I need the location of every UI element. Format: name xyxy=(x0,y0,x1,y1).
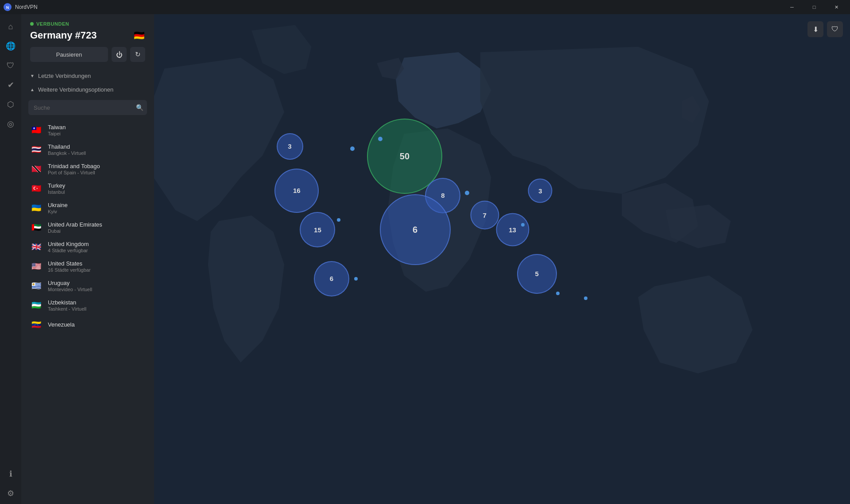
server-item-flag: 🇹🇭 xyxy=(30,143,42,156)
server-item-flag: 🇻🇪 xyxy=(30,319,42,331)
action-buttons: Pausieren ⏻ ↻ xyxy=(21,47,154,69)
sidebar-icons: ⌂ 🌐 🛡 ✔ ⬡ ◎ ℹ ⚙ xyxy=(0,14,21,504)
map-area: 316156508671335 ⬇ 🛡 xyxy=(154,14,850,504)
map-dot-d5 xyxy=(354,277,358,281)
server-item-country: United Arab Emirates xyxy=(48,221,145,228)
pause-button[interactable]: Pausieren xyxy=(30,47,108,62)
maximize-button[interactable]: □ xyxy=(804,0,824,14)
server-item-flag: 🇬🇧 xyxy=(30,241,42,253)
more-options-toggle[interactable]: ▲ Weitere Verbindungsoptionen xyxy=(21,83,154,96)
server-list-item[interactable]: 🇺🇾 Uruguay Montevideo - Virtuell xyxy=(23,276,152,296)
server-item-flag: 🇺🇿 xyxy=(30,299,42,312)
server-item-flag: 🇺🇸 xyxy=(30,260,42,273)
status-badge: VERBUNDEN xyxy=(30,21,145,27)
map-dot-d6 xyxy=(521,223,525,227)
server-item-country: Uzbekistan xyxy=(48,299,145,306)
nav-globe[interactable]: 🌐 xyxy=(2,37,19,55)
server-item-city: Kyiv xyxy=(48,209,145,214)
nav-target[interactable]: ◎ xyxy=(2,115,19,133)
map-dot-d1 xyxy=(350,146,355,151)
server-item-flag: 🇹🇼 xyxy=(30,124,42,136)
nordvpn-logo-icon: N xyxy=(4,3,12,11)
download-map-button[interactable]: ⬇ xyxy=(808,21,823,37)
server-list-item[interactable]: 🇺🇿 Uzbekistan Tashkent - Virtuell xyxy=(23,296,152,315)
server-item-city: 16 Städte verfügbar xyxy=(48,267,145,273)
server-list-item[interactable]: 🇻🇪 Venezuela xyxy=(23,315,152,335)
server-item-flag: 🇹🇷 xyxy=(30,182,42,195)
server-list-item[interactable]: 🇺🇦 Ukraine Kyiv xyxy=(23,198,152,218)
options-arrow-icon: ▲ xyxy=(30,87,35,92)
map-dot-d2 xyxy=(378,137,382,141)
server-list: 🇹🇼 Taiwan Taipei 🇹🇭 Thailand Bangkok - V… xyxy=(21,120,154,504)
server-item-flag: 🇹🇹 xyxy=(30,163,42,175)
server-item-city: Taipei xyxy=(48,131,145,136)
recent-connections-toggle[interactable]: ▼ Letzte Verbindungen xyxy=(21,69,154,83)
titlebar: N NordVPN ─ □ ✕ xyxy=(0,0,850,14)
nav-home[interactable]: ⌂ xyxy=(2,18,19,35)
server-item-flag: 🇺🇾 xyxy=(30,280,42,292)
server-list-item[interactable]: 🇹🇹 Trinidad and Tobago Port of Spain - V… xyxy=(23,159,152,179)
server-name: Germany #723 🇩🇪 xyxy=(30,29,145,42)
map-bubble-b4[interactable]: 6 xyxy=(314,261,349,296)
map-bubble-b1[interactable]: 3 xyxy=(277,133,303,160)
power-button[interactable]: ⏻ xyxy=(112,47,127,62)
close-button[interactable]: ✕ xyxy=(826,0,846,14)
nav-info[interactable]: ℹ xyxy=(2,465,19,483)
server-list-item[interactable]: 🇺🇸 United States 16 Städte verfügbar xyxy=(23,257,152,276)
server-flag-circle: 🇩🇪 xyxy=(133,29,145,42)
minimize-button[interactable]: ─ xyxy=(782,0,802,14)
app-body: ⌂ 🌐 🛡 ✔ ⬡ ◎ ℹ ⚙ VERBUNDEN Germany #723 🇩… xyxy=(0,14,850,504)
server-item-country: Venezuela xyxy=(48,321,145,328)
map-toolbar: ⬇ 🛡 xyxy=(808,21,843,37)
status-text: VERBUNDEN xyxy=(36,21,69,27)
server-list-item[interactable]: 🇹🇷 Turkey Istanbul xyxy=(23,179,152,198)
map-bubble-b11[interactable]: 5 xyxy=(517,254,557,294)
left-panel: VERBUNDEN Germany #723 🇩🇪 Pausieren ⏻ ↻ … xyxy=(21,14,154,504)
map-dot-d3 xyxy=(337,218,340,222)
server-item-flag: 🇺🇦 xyxy=(30,202,42,214)
map-dot-d4 xyxy=(465,191,469,195)
status-dot xyxy=(30,22,34,26)
map-bubble-b3[interactable]: 15 xyxy=(300,212,335,247)
shield-map-button[interactable]: 🛡 xyxy=(827,21,843,37)
server-item-country: Trinidad and Tobago xyxy=(48,163,145,169)
world-map-svg xyxy=(154,14,850,504)
nav-shield[interactable]: 🛡 xyxy=(2,57,19,74)
nav-settings[interactable]: ⚙ xyxy=(2,485,19,502)
map-bubble-b2[interactable]: 16 xyxy=(274,169,319,213)
map-bubble-b10[interactable]: 3 xyxy=(528,178,552,203)
server-item-city: Tashkent - Virtuell xyxy=(48,306,145,312)
server-item-country: Taiwan xyxy=(48,124,145,131)
server-item-country: United States xyxy=(48,260,145,267)
svg-text:N: N xyxy=(6,5,9,10)
map-dot-d8 xyxy=(584,296,587,300)
search-button[interactable]: 🔍 xyxy=(136,104,143,111)
server-list-item[interactable]: 🇹🇼 Taiwan Taipei xyxy=(23,120,152,140)
map-dot-d7 xyxy=(556,292,560,295)
server-item-flag: 🇦🇪 xyxy=(30,221,42,234)
server-item-country: Turkey xyxy=(48,182,145,189)
server-item-city: Dubai xyxy=(48,228,145,234)
titlebar-left: N NordVPN xyxy=(4,3,38,11)
server-list-item[interactable]: 🇬🇧 United Kingdom 4 Städte verfügbar xyxy=(23,237,152,257)
server-item-country: United Kingdom xyxy=(48,241,145,247)
refresh-button[interactable]: ↻ xyxy=(130,47,145,62)
map-bubble-b8[interactable]: 7 xyxy=(470,200,499,229)
server-item-city: Istanbul xyxy=(48,189,145,195)
map-bubble-b9[interactable]: 13 xyxy=(496,213,529,246)
nav-check[interactable]: ✔ xyxy=(2,76,19,94)
search-input[interactable] xyxy=(28,100,147,115)
nav-mesh[interactable]: ⬡ xyxy=(2,96,19,113)
server-item-country: Ukraine xyxy=(48,202,145,208)
window-controls: ─ □ ✕ xyxy=(782,0,846,14)
map-bubble-b7[interactable]: 6 xyxy=(380,194,451,265)
server-item-country: Uruguay xyxy=(48,280,145,286)
server-item-city: Montevideo - Virtuell xyxy=(48,287,145,292)
app-title: NordVPN xyxy=(15,4,38,10)
server-item-country: Thailand xyxy=(48,143,145,150)
server-item-city: 4 Städte verfügbar xyxy=(48,248,145,253)
server-list-item[interactable]: 🇦🇪 United Arab Emirates Dubai xyxy=(23,218,152,237)
connection-header: VERBUNDEN Germany #723 🇩🇪 xyxy=(21,14,154,47)
server-list-item[interactable]: 🇹🇭 Thailand Bangkok - Virtuell xyxy=(23,140,152,159)
server-item-city: Bangkok - Virtuell xyxy=(48,150,145,156)
